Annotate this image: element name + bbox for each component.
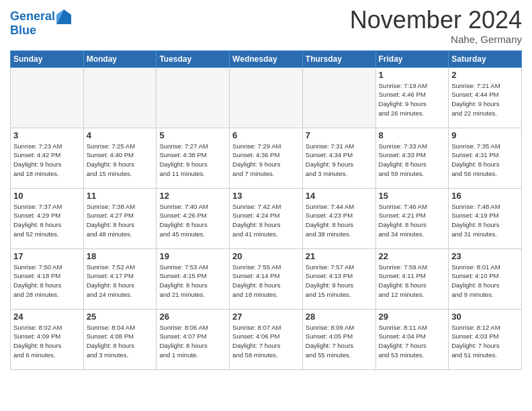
month-title: November 2024 [350, 7, 522, 34]
day-number: 16 [451, 191, 519, 201]
weekday-header: Monday [83, 50, 157, 67]
calendar-table: SundayMondayTuesdayWednesdayThursdayFrid… [10, 50, 522, 370]
day-info: Sunrise: 7:37 AM Sunset: 4:29 PM Dayligh… [13, 202, 81, 239]
calendar-cell: 6Sunrise: 7:29 AM Sunset: 4:36 PM Daylig… [230, 128, 303, 188]
calendar-cell: 5Sunrise: 7:27 AM Sunset: 4:38 PM Daylig… [157, 128, 230, 188]
calendar-cell [157, 67, 230, 128]
calendar-cell: 19Sunrise: 7:53 AM Sunset: 4:15 PM Dayli… [157, 248, 230, 309]
calendar-cell: 9Sunrise: 7:35 AM Sunset: 4:31 PM Daylig… [449, 128, 522, 188]
day-info: Sunrise: 7:31 AM Sunset: 4:34 PM Dayligh… [306, 142, 373, 179]
calendar-cell: 3Sunrise: 7:23 AM Sunset: 4:42 PM Daylig… [11, 128, 84, 188]
calendar-cell: 21Sunrise: 7:57 AM Sunset: 4:13 PM Dayli… [302, 248, 375, 309]
day-info: Sunrise: 7:23 AM Sunset: 4:42 PM Dayligh… [13, 142, 81, 179]
day-number: 11 [87, 191, 154, 201]
day-number: 14 [306, 191, 373, 201]
calendar-cell: 13Sunrise: 7:42 AM Sunset: 4:24 PM Dayli… [230, 188, 303, 248]
day-info: Sunrise: 7:40 AM Sunset: 4:26 PM Dayligh… [159, 202, 226, 239]
calendar-cell: 28Sunrise: 8:09 AM Sunset: 4:05 PM Dayli… [302, 309, 375, 369]
day-info: Sunrise: 8:11 AM Sunset: 4:04 PM Dayligh… [379, 323, 446, 360]
calendar-cell: 23Sunrise: 8:01 AM Sunset: 4:10 PM Dayli… [449, 248, 522, 309]
day-info: Sunrise: 8:06 AM Sunset: 4:07 PM Dayligh… [159, 323, 226, 360]
day-number: 2 [451, 70, 519, 80]
calendar-cell: 12Sunrise: 7:40 AM Sunset: 4:26 PM Dayli… [157, 188, 230, 248]
day-number: 23 [451, 251, 519, 261]
calendar-cell: 16Sunrise: 7:48 AM Sunset: 4:19 PM Dayli… [449, 188, 522, 248]
day-info: Sunrise: 7:27 AM Sunset: 4:38 PM Dayligh… [159, 142, 226, 179]
day-number: 21 [306, 251, 373, 261]
day-number: 27 [232, 312, 300, 322]
day-number: 26 [159, 312, 226, 322]
weekday-header: Tuesday [157, 50, 230, 67]
day-info: Sunrise: 7:21 AM Sunset: 4:44 PM Dayligh… [451, 81, 519, 118]
day-number: 19 [159, 251, 226, 261]
calendar-cell: 27Sunrise: 8:07 AM Sunset: 4:06 PM Dayli… [230, 309, 303, 369]
calendar-cell: 15Sunrise: 7:46 AM Sunset: 4:21 PM Dayli… [375, 188, 449, 248]
day-number: 18 [87, 251, 154, 261]
day-number: 5 [159, 130, 226, 140]
calendar-cell [11, 67, 84, 128]
page-header: GeneralBlue November 2024 Nahe, Germany [10, 7, 522, 45]
calendar-cell: 22Sunrise: 7:59 AM Sunset: 4:11 PM Dayli… [375, 248, 449, 309]
day-info: Sunrise: 7:29 AM Sunset: 4:36 PM Dayligh… [232, 142, 300, 179]
day-number: 9 [451, 130, 519, 140]
day-number: 29 [379, 312, 446, 322]
day-number: 25 [87, 312, 154, 322]
day-number: 6 [232, 130, 300, 140]
weekday-header: Saturday [449, 50, 522, 67]
day-number: 1 [379, 70, 446, 80]
day-info: Sunrise: 7:35 AM Sunset: 4:31 PM Dayligh… [451, 142, 519, 179]
calendar-cell: 1Sunrise: 7:19 AM Sunset: 4:46 PM Daylig… [375, 67, 449, 128]
day-number: 30 [451, 312, 519, 322]
calendar-cell: 26Sunrise: 8:06 AM Sunset: 4:07 PM Dayli… [157, 309, 230, 369]
logo-text: GeneralBlue [10, 9, 71, 38]
calendar-cell: 10Sunrise: 7:37 AM Sunset: 4:29 PM Dayli… [11, 188, 84, 248]
day-number: 7 [306, 130, 373, 140]
day-number: 20 [232, 251, 300, 261]
calendar-cell: 7Sunrise: 7:31 AM Sunset: 4:34 PM Daylig… [302, 128, 375, 188]
day-number: 28 [306, 312, 373, 322]
location: Nahe, Germany [350, 34, 522, 45]
day-number: 22 [379, 251, 446, 261]
title-block: November 2024 Nahe, Germany [350, 7, 522, 45]
calendar-cell: 20Sunrise: 7:55 AM Sunset: 4:14 PM Dayli… [230, 248, 303, 309]
day-info: Sunrise: 7:57 AM Sunset: 4:13 PM Dayligh… [306, 263, 373, 300]
logo: GeneralBlue [10, 9, 71, 38]
calendar-cell: 11Sunrise: 7:38 AM Sunset: 4:27 PM Dayli… [83, 188, 157, 248]
weekday-header: Thursday [302, 50, 375, 67]
calendar-cell: 14Sunrise: 7:44 AM Sunset: 4:23 PM Dayli… [302, 188, 375, 248]
day-number: 13 [232, 191, 300, 201]
day-info: Sunrise: 7:48 AM Sunset: 4:19 PM Dayligh… [451, 202, 519, 239]
calendar-cell: 25Sunrise: 8:04 AM Sunset: 4:08 PM Dayli… [83, 309, 157, 369]
day-info: Sunrise: 7:38 AM Sunset: 4:27 PM Dayligh… [87, 202, 154, 239]
day-info: Sunrise: 8:12 AM Sunset: 4:03 PM Dayligh… [451, 323, 519, 360]
day-info: Sunrise: 7:53 AM Sunset: 4:15 PM Dayligh… [159, 263, 226, 300]
weekday-header: Friday [375, 50, 449, 67]
calendar-cell [230, 67, 303, 128]
day-number: 17 [13, 251, 81, 261]
day-info: Sunrise: 8:07 AM Sunset: 4:06 PM Dayligh… [232, 323, 300, 360]
calendar-cell [302, 67, 375, 128]
calendar-cell: 8Sunrise: 7:33 AM Sunset: 4:33 PM Daylig… [375, 128, 449, 188]
day-number: 8 [379, 130, 446, 140]
day-info: Sunrise: 8:01 AM Sunset: 4:10 PM Dayligh… [451, 263, 519, 300]
day-info: Sunrise: 7:50 AM Sunset: 4:18 PM Dayligh… [13, 263, 81, 300]
day-info: Sunrise: 7:33 AM Sunset: 4:33 PM Dayligh… [379, 142, 446, 179]
day-info: Sunrise: 7:25 AM Sunset: 4:40 PM Dayligh… [87, 142, 154, 179]
calendar-cell: 17Sunrise: 7:50 AM Sunset: 4:18 PM Dayli… [11, 248, 84, 309]
day-info: Sunrise: 8:09 AM Sunset: 4:05 PM Dayligh… [306, 323, 373, 360]
day-info: Sunrise: 7:55 AM Sunset: 4:14 PM Dayligh… [232, 263, 300, 300]
calendar-cell [83, 67, 157, 128]
calendar-cell: 29Sunrise: 8:11 AM Sunset: 4:04 PM Dayli… [375, 309, 449, 369]
day-info: Sunrise: 7:46 AM Sunset: 4:21 PM Dayligh… [379, 202, 446, 239]
day-info: Sunrise: 8:02 AM Sunset: 4:09 PM Dayligh… [13, 323, 81, 360]
calendar-cell: 4Sunrise: 7:25 AM Sunset: 4:40 PM Daylig… [83, 128, 157, 188]
day-info: Sunrise: 7:19 AM Sunset: 4:46 PM Dayligh… [379, 81, 446, 118]
calendar-cell: 18Sunrise: 7:52 AM Sunset: 4:17 PM Dayli… [83, 248, 157, 309]
calendar-cell: 30Sunrise: 8:12 AM Sunset: 4:03 PM Dayli… [449, 309, 522, 369]
calendar-cell: 24Sunrise: 8:02 AM Sunset: 4:09 PM Dayli… [11, 309, 84, 369]
day-info: Sunrise: 7:42 AM Sunset: 4:24 PM Dayligh… [232, 202, 300, 239]
calendar-cell: 2Sunrise: 7:21 AM Sunset: 4:44 PM Daylig… [449, 67, 522, 128]
weekday-header: Sunday [11, 50, 84, 67]
day-number: 4 [87, 130, 154, 140]
day-info: Sunrise: 8:04 AM Sunset: 4:08 PM Dayligh… [87, 323, 154, 360]
